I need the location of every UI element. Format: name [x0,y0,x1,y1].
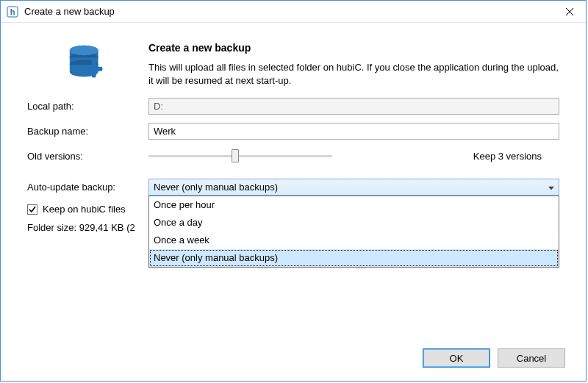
titlebar: h Create a new backup [1,1,586,23]
button-bar: OK Cancel [423,348,565,368]
header-text: Create a new backup This will upload all… [148,40,559,87]
dropdown-item-hour[interactable]: Once per hour [149,196,559,214]
svg-text:h: h [10,7,15,16]
header-description: This will upload all files in selected f… [148,61,559,87]
close-icon [566,8,573,15]
versions-slider-cell: Keep 3 versions [148,148,559,163]
auto-update-select[interactable]: Never (only manual backups) [148,179,559,196]
keep-on-hubic-label: Keep on hubiC files [43,204,126,215]
backup-icon [27,40,148,86]
backup-name-field[interactable] [148,123,559,140]
dropdown-item-never[interactable]: Never (only manual backups) [149,249,559,267]
svg-rect-9 [85,67,102,71]
dropdown-item-week[interactable]: Once a week [149,232,559,249]
auto-update-combo: Never (only manual backups) Once per hou… [148,179,559,196]
svg-point-7 [69,46,98,56]
versions-slider[interactable] [148,148,332,163]
dialog-content: Create a new backup This will upload all… [1,23,586,233]
label-auto-update: Auto-update backup: [27,182,148,193]
label-backup-name: Backup name: [27,126,148,137]
keep-on-hubic-checkbox[interactable] [27,204,37,215]
ok-button[interactable]: OK [423,348,490,368]
window-title: Create a new backup [24,6,553,17]
local-path-field[interactable] [148,98,559,115]
label-old-versions: Old versions: [27,151,148,162]
slider-track [148,155,332,157]
row-old-versions: Old versions: Keep 3 versions [27,146,559,165]
dropdown-item-day[interactable]: Once a day [149,214,559,232]
row-backup-name: Backup name: [27,121,559,140]
versions-label: Keep 3 versions [473,151,559,162]
app-icon: h [7,6,18,18]
folder-size-value: 929,41 KB (2 [79,222,135,233]
form: Local path: Backup name: Old versions: K… [27,96,559,233]
chevron-down-icon [548,182,554,193]
auto-update-selected-text: Never (only manual backups) [154,182,278,193]
close-button[interactable] [553,1,586,22]
auto-update-dropdown: Once per hour Once a day Once a week Nev… [148,196,559,268]
check-icon [29,206,36,213]
header-title: Create a new backup [148,42,559,54]
label-local-path: Local path: [27,101,148,112]
dialog-window: h Create a new backup [0,0,587,382]
slider-thumb[interactable] [232,149,239,162]
folder-size-prefix: Folder size: [27,222,79,233]
header-row: Create a new backup This will upload all… [27,40,559,87]
row-local-path: Local path: [27,96,559,115]
row-auto-update: Auto-update backup: Never (only manual b… [27,177,559,196]
cancel-button[interactable]: Cancel [498,348,565,368]
